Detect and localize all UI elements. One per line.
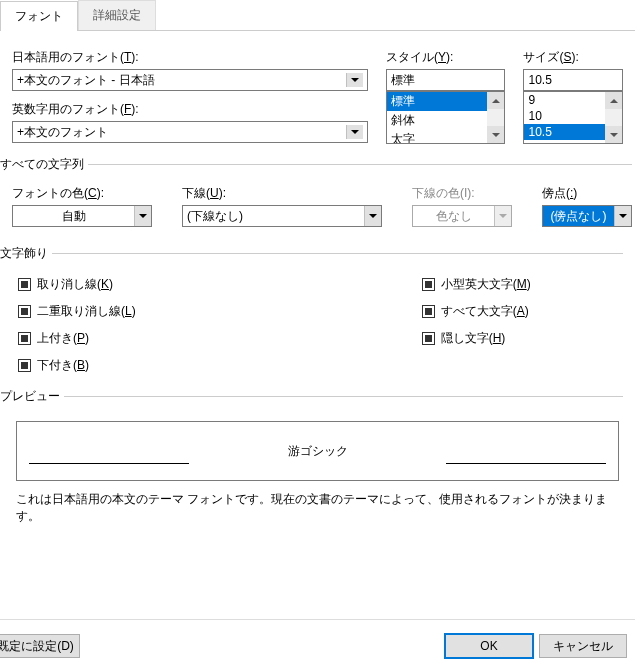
chevron-down-icon[interactable]: [134, 206, 151, 226]
style-input[interactable]: 標準: [386, 69, 505, 91]
chevron-down-icon[interactable]: [346, 73, 363, 87]
section-all-text: すべての文字列: [0, 156, 88, 173]
section-preview: プレビュー: [0, 388, 64, 405]
chevron-down-icon[interactable]: [346, 125, 363, 139]
scroll-down-icon[interactable]: [487, 126, 504, 143]
font-color-label: フォントの色(C):: [12, 185, 152, 202]
scrollbar[interactable]: [487, 92, 504, 143]
list-item[interactable]: 標準: [387, 92, 487, 111]
scrollbar[interactable]: [605, 92, 622, 143]
tab-bar: フォント 詳細設定: [0, 0, 635, 31]
check-hidden[interactable]: 隠し文字(H): [422, 330, 531, 347]
size-listbox[interactable]: 9 10 10.5: [523, 91, 623, 144]
scroll-up-icon[interactable]: [605, 92, 622, 109]
cancel-button[interactable]: キャンセル: [539, 634, 627, 658]
size-input[interactable]: 10.5: [523, 69, 623, 91]
list-item[interactable]: 斜体: [387, 111, 487, 130]
footer: 既定に設定(D) OK キャンセル: [0, 619, 635, 670]
tab-advanced[interactable]: 詳細設定: [78, 0, 156, 30]
size-label: サイズ(S):: [523, 49, 623, 66]
style-label: スタイル(Y):: [386, 49, 505, 66]
chevron-down-icon[interactable]: [364, 206, 381, 226]
set-default-button[interactable]: 既定に設定(D): [0, 634, 80, 658]
underline-combo[interactable]: (下線なし): [182, 205, 382, 227]
section-decoration: 文字飾り: [0, 245, 52, 262]
preview-description: これは日本語用の本文のテーマ フォントです。現在の文書のテーマによって、使用され…: [16, 491, 619, 525]
underline-color-combo: 色なし: [412, 205, 512, 227]
font-color-combo[interactable]: 自動: [12, 205, 152, 227]
check-superscript[interactable]: 上付き(P): [18, 330, 136, 347]
list-item[interactable]: 太字: [387, 130, 487, 144]
jp-font-label: 日本語用のフォント(T):: [12, 49, 368, 66]
underline-label: 下線(U):: [182, 185, 382, 202]
list-item[interactable]: 9: [524, 92, 605, 108]
check-double-strike[interactable]: 二重取り消し線(L): [18, 303, 136, 320]
check-small-caps[interactable]: 小型英大文字(M): [422, 276, 531, 293]
check-all-caps[interactable]: すべて大文字(A): [422, 303, 531, 320]
preview-box: 游ゴシック: [16, 421, 619, 481]
en-font-label: 英数字用のフォント(F):: [12, 101, 368, 118]
scroll-down-icon[interactable]: [605, 126, 622, 143]
chevron-down-icon[interactable]: [614, 206, 631, 226]
en-font-combo[interactable]: +本文のフォント: [12, 121, 368, 143]
chevron-down-icon: [494, 206, 511, 226]
list-item[interactable]: 10.5: [524, 124, 605, 140]
scroll-up-icon[interactable]: [487, 92, 504, 109]
ok-button[interactable]: OK: [445, 634, 533, 658]
list-item[interactable]: 10: [524, 108, 605, 124]
check-strike[interactable]: 取り消し線(K): [18, 276, 136, 293]
preview-text: 游ゴシック: [288, 443, 348, 460]
style-listbox[interactable]: 標準 斜体 太字: [386, 91, 505, 144]
underline-color-label: 下線の色(I):: [412, 185, 512, 202]
emphasis-label: 傍点(:): [542, 185, 632, 202]
check-subscript[interactable]: 下付き(B): [18, 357, 136, 374]
tab-font[interactable]: フォント: [0, 1, 78, 31]
emphasis-combo[interactable]: (傍点なし): [542, 205, 632, 227]
jp-font-combo[interactable]: +本文のフォント - 日本語: [12, 69, 368, 91]
